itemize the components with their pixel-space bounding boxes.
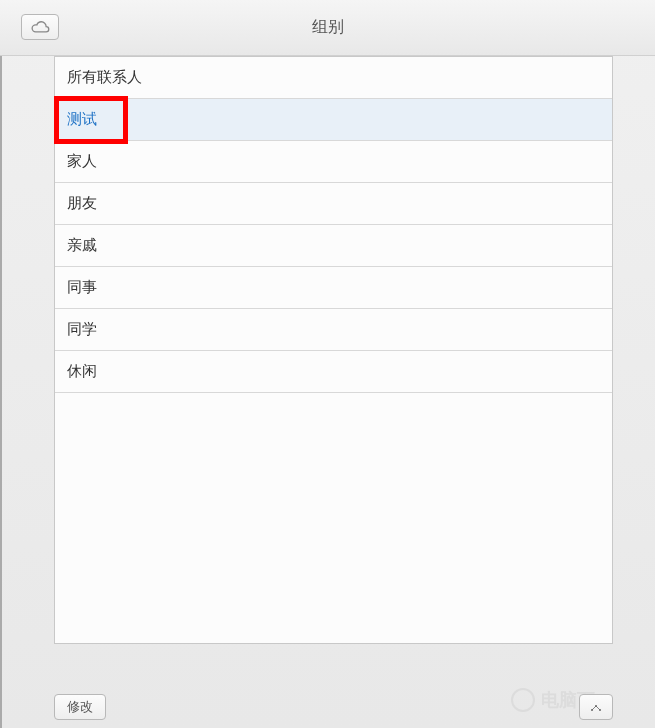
window-edge: [0, 0, 2, 728]
group-item[interactable]: 家人: [55, 141, 612, 183]
group-item-label: 所有联系人: [67, 68, 142, 87]
group-item-label: 休闲: [67, 362, 97, 381]
group-item[interactable]: 亲戚: [55, 225, 612, 267]
page-title: 组别: [0, 17, 655, 38]
more-icon: [589, 700, 603, 714]
cloud-button[interactable]: [21, 14, 59, 40]
group-item[interactable]: 所有联系人: [55, 57, 612, 99]
group-list: 所有联系人测试家人朋友亲戚同事同学休闲: [54, 56, 613, 644]
group-item[interactable]: 同事: [55, 267, 612, 309]
group-item-label: 同学: [67, 320, 97, 339]
group-item-label: 朋友: [67, 194, 97, 213]
group-item[interactable]: 测试: [55, 99, 612, 141]
group-item-label: 同事: [67, 278, 97, 297]
edit-button[interactable]: 修改: [54, 694, 106, 720]
header-bar: 组别: [0, 0, 655, 56]
footer-bar: 修改: [54, 694, 613, 720]
group-item[interactable]: 同学: [55, 309, 612, 351]
group-item[interactable]: 休闲: [55, 351, 612, 393]
group-item-label: 亲戚: [67, 236, 97, 255]
cloud-icon: [29, 20, 51, 34]
group-item-label: 测试: [67, 110, 97, 129]
more-button[interactable]: [579, 694, 613, 720]
group-item[interactable]: 朋友: [55, 183, 612, 225]
group-item-label: 家人: [67, 152, 97, 171]
